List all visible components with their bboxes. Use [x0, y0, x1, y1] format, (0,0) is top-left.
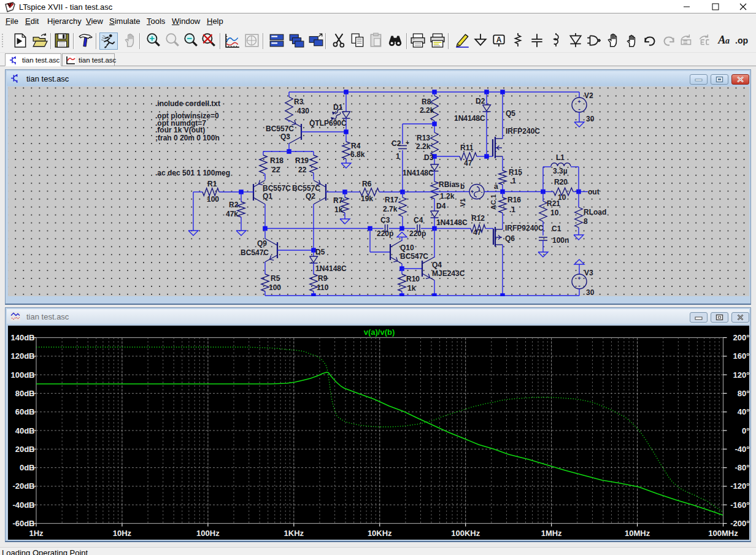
- svg-text:0°: 0°: [742, 426, 749, 435]
- svg-text:10Hz: 10Hz: [113, 529, 132, 538]
- svg-text:R7: R7: [333, 196, 343, 205]
- svg-text:1.2k: 1.2k: [440, 192, 455, 201]
- svg-text:C1: C1: [552, 224, 561, 233]
- svg-text:-40°: -40°: [735, 445, 750, 454]
- svg-text:140dB: 140dB: [10, 333, 34, 342]
- svg-text:R6: R6: [362, 180, 372, 188]
- svg-text:19k: 19k: [361, 194, 373, 203]
- svg-text:R21: R21: [547, 199, 560, 208]
- svg-text:-40dB: -40dB: [12, 500, 34, 510]
- svg-text:R4: R4: [351, 142, 361, 150]
- svg-text:1Hz: 1Hz: [29, 529, 44, 538]
- svg-text:100KHz: 100KHz: [451, 529, 480, 538]
- svg-text:BC547C: BC547C: [241, 248, 269, 257]
- svg-text:V2: V2: [584, 91, 593, 100]
- svg-text:-160°: -160°: [730, 500, 749, 510]
- svg-text:IRFP9240C: IRFP9240C: [505, 224, 544, 232]
- svg-text:V3: V3: [584, 269, 593, 277]
- svg-text:C3: C3: [380, 216, 390, 224]
- svg-text:R17: R17: [385, 196, 398, 204]
- svg-text:D3: D3: [424, 153, 434, 162]
- svg-text:1KHz: 1KHz: [284, 529, 304, 538]
- svg-text:60dB: 60dB: [15, 407, 35, 416]
- svg-text:R16: R16: [507, 196, 521, 204]
- svg-text:Q3: Q3: [280, 132, 290, 141]
- svg-text:110: 110: [317, 283, 329, 292]
- svg-text:80dB: 80dB: [15, 389, 35, 398]
- svg-text:6.8k: 6.8k: [350, 150, 365, 159]
- svg-text:1N4148C: 1N4148C: [454, 114, 485, 123]
- svg-text:R5: R5: [271, 274, 280, 283]
- svg-text:D2: D2: [476, 97, 485, 105]
- svg-text:120°: 120°: [733, 370, 749, 380]
- svg-text:R1: R1: [207, 180, 217, 188]
- svg-text:20dB: 20dB: [15, 445, 35, 454]
- svg-text:Q4: Q4: [432, 261, 442, 269]
- svg-text:R10: R10: [406, 275, 420, 283]
- svg-text:.op: .op: [735, 36, 749, 45]
- svg-text:100: 100: [269, 283, 281, 292]
- svg-text:120dB: 120dB: [10, 351, 34, 361]
- svg-text:;tran 0 20m 0 100n: ;tran 0 20m 0 100n: [155, 134, 220, 142]
- svg-text:47: 47: [473, 228, 482, 237]
- svg-text:100Hz: 100Hz: [196, 529, 220, 538]
- svg-text:out: out: [588, 188, 600, 196]
- svg-text:-: -: [578, 105, 580, 112]
- svg-text:+: +: [406, 139, 409, 146]
- svg-text:BC547C: BC547C: [400, 252, 428, 261]
- svg-text:22: 22: [298, 166, 307, 174]
- svg-text:-80°: -80°: [735, 463, 750, 472]
- svg-text:AC 1: AC 1: [490, 194, 497, 210]
- svg-text:1N4148C: 1N4148C: [436, 218, 468, 227]
- svg-text:.1: .1: [510, 177, 516, 185]
- svg-text:R12: R12: [471, 214, 485, 223]
- svg-text:a: a: [725, 36, 730, 45]
- svg-text:R13: R13: [417, 134, 430, 142]
- svg-text:2.7k: 2.7k: [383, 205, 398, 213]
- svg-text:100dB: 100dB: [10, 370, 34, 380]
- svg-text:1k: 1k: [407, 284, 416, 293]
- svg-text:Q1: Q1: [263, 192, 272, 201]
- svg-text:80°: 80°: [738, 389, 749, 398]
- svg-text:Q5: Q5: [506, 109, 515, 118]
- svg-text:L1: L1: [556, 153, 565, 162]
- svg-text:2.2k: 2.2k: [416, 142, 431, 151]
- svg-text:R9: R9: [318, 274, 328, 283]
- svg-text:10: 10: [550, 209, 559, 217]
- svg-text:2.2k: 2.2k: [420, 106, 434, 115]
- svg-text:220p: 220p: [409, 229, 426, 238]
- svg-text:v(a)/v(b): v(a)/v(b): [364, 327, 395, 337]
- svg-text:A: A: [717, 34, 725, 46]
- svg-text:430: 430: [297, 107, 309, 115]
- svg-text:R11: R11: [460, 144, 474, 152]
- svg-text:1: 1: [396, 152, 400, 161]
- svg-text:-60dB: -60dB: [12, 519, 34, 528]
- svg-text:R20: R20: [554, 178, 568, 186]
- svg-text:10KHz: 10KHz: [368, 529, 392, 538]
- svg-text:3.3µ: 3.3µ: [553, 167, 568, 175]
- svg-text:1N4148C: 1N4148C: [315, 264, 347, 273]
- svg-text:22: 22: [272, 166, 280, 174]
- svg-text:+: +: [471, 189, 474, 195]
- svg-text:40dB: 40dB: [15, 426, 35, 435]
- svg-text:47k: 47k: [226, 210, 238, 218]
- svg-text:Q6: Q6: [505, 234, 515, 243]
- svg-text:1N4148C: 1N4148C: [403, 169, 434, 177]
- svg-text:MJE243C: MJE243C: [432, 269, 465, 278]
- svg-text:.ac dec 501 1 100meg: .ac dec 501 1 100meg: [155, 169, 230, 177]
- svg-text:-20dB: -20dB: [12, 481, 34, 491]
- svg-text:100n: 100n: [552, 236, 569, 245]
- svg-text:b: b: [460, 182, 465, 191]
- svg-text:30: 30: [586, 288, 595, 296]
- svg-text:RBias: RBias: [439, 180, 460, 189]
- svg-text:BC557C: BC557C: [266, 124, 294, 133]
- svg-text:D1: D1: [333, 103, 343, 112]
- svg-text:RLoad: RLoad: [584, 208, 606, 216]
- svg-text:1k: 1k: [334, 205, 343, 214]
- svg-text:C2: C2: [392, 139, 401, 148]
- svg-text:0dB: 0dB: [20, 463, 35, 472]
- svg-text:-: -: [481, 189, 483, 195]
- svg-text:D5: D5: [315, 248, 325, 256]
- svg-text:QTLP690C: QTLP690C: [309, 119, 347, 128]
- svg-text:47: 47: [464, 159, 472, 167]
